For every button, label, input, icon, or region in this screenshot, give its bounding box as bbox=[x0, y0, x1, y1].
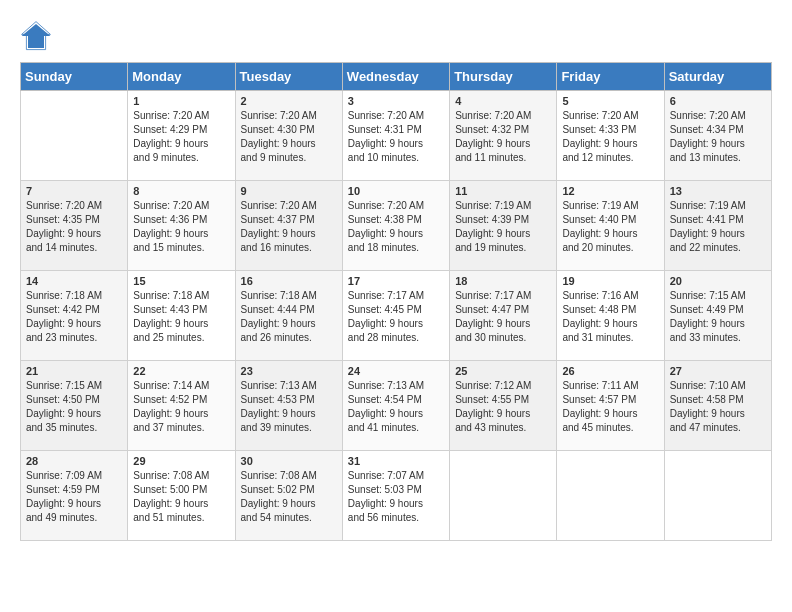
day-cell bbox=[450, 451, 557, 541]
day-info: Sunrise: 7:14 AM Sunset: 4:52 PM Dayligh… bbox=[133, 379, 229, 435]
day-info: Sunrise: 7:09 AM Sunset: 4:59 PM Dayligh… bbox=[26, 469, 122, 525]
day-cell: 2Sunrise: 7:20 AM Sunset: 4:30 PM Daylig… bbox=[235, 91, 342, 181]
day-info: Sunrise: 7:15 AM Sunset: 4:50 PM Dayligh… bbox=[26, 379, 122, 435]
header-cell-thursday: Thursday bbox=[450, 63, 557, 91]
day-number: 14 bbox=[26, 275, 122, 287]
day-number: 4 bbox=[455, 95, 551, 107]
day-cell: 17Sunrise: 7:17 AM Sunset: 4:45 PM Dayli… bbox=[342, 271, 449, 361]
day-cell: 16Sunrise: 7:18 AM Sunset: 4:44 PM Dayli… bbox=[235, 271, 342, 361]
day-number: 3 bbox=[348, 95, 444, 107]
day-cell: 8Sunrise: 7:20 AM Sunset: 4:36 PM Daylig… bbox=[128, 181, 235, 271]
day-cell: 26Sunrise: 7:11 AM Sunset: 4:57 PM Dayli… bbox=[557, 361, 664, 451]
day-info: Sunrise: 7:16 AM Sunset: 4:48 PM Dayligh… bbox=[562, 289, 658, 345]
day-cell bbox=[664, 451, 771, 541]
day-info: Sunrise: 7:08 AM Sunset: 5:00 PM Dayligh… bbox=[133, 469, 229, 525]
header-cell-monday: Monday bbox=[128, 63, 235, 91]
day-number: 9 bbox=[241, 185, 337, 197]
svg-marker-0 bbox=[22, 24, 51, 48]
day-cell: 5Sunrise: 7:20 AM Sunset: 4:33 PM Daylig… bbox=[557, 91, 664, 181]
day-info: Sunrise: 7:10 AM Sunset: 4:58 PM Dayligh… bbox=[670, 379, 766, 435]
day-number: 11 bbox=[455, 185, 551, 197]
day-cell: 6Sunrise: 7:20 AM Sunset: 4:34 PM Daylig… bbox=[664, 91, 771, 181]
week-row-1: 7Sunrise: 7:20 AM Sunset: 4:35 PM Daylig… bbox=[21, 181, 772, 271]
day-cell: 25Sunrise: 7:12 AM Sunset: 4:55 PM Dayli… bbox=[450, 361, 557, 451]
day-number: 30 bbox=[241, 455, 337, 467]
day-cell: 11Sunrise: 7:19 AM Sunset: 4:39 PM Dayli… bbox=[450, 181, 557, 271]
day-cell: 18Sunrise: 7:17 AM Sunset: 4:47 PM Dayli… bbox=[450, 271, 557, 361]
day-info: Sunrise: 7:11 AM Sunset: 4:57 PM Dayligh… bbox=[562, 379, 658, 435]
week-row-2: 14Sunrise: 7:18 AM Sunset: 4:42 PM Dayli… bbox=[21, 271, 772, 361]
day-info: Sunrise: 7:20 AM Sunset: 4:30 PM Dayligh… bbox=[241, 109, 337, 165]
day-cell: 27Sunrise: 7:10 AM Sunset: 4:58 PM Dayli… bbox=[664, 361, 771, 451]
day-number: 19 bbox=[562, 275, 658, 287]
day-cell bbox=[557, 451, 664, 541]
day-number: 13 bbox=[670, 185, 766, 197]
day-cell: 7Sunrise: 7:20 AM Sunset: 4:35 PM Daylig… bbox=[21, 181, 128, 271]
day-number: 20 bbox=[670, 275, 766, 287]
day-info: Sunrise: 7:20 AM Sunset: 4:34 PM Dayligh… bbox=[670, 109, 766, 165]
day-cell: 20Sunrise: 7:15 AM Sunset: 4:49 PM Dayli… bbox=[664, 271, 771, 361]
day-info: Sunrise: 7:20 AM Sunset: 4:36 PM Dayligh… bbox=[133, 199, 229, 255]
day-info: Sunrise: 7:20 AM Sunset: 4:29 PM Dayligh… bbox=[133, 109, 229, 165]
day-number: 24 bbox=[348, 365, 444, 377]
day-cell: 15Sunrise: 7:18 AM Sunset: 4:43 PM Dayli… bbox=[128, 271, 235, 361]
day-info: Sunrise: 7:20 AM Sunset: 4:35 PM Dayligh… bbox=[26, 199, 122, 255]
day-info: Sunrise: 7:20 AM Sunset: 4:33 PM Dayligh… bbox=[562, 109, 658, 165]
day-cell: 19Sunrise: 7:16 AM Sunset: 4:48 PM Dayli… bbox=[557, 271, 664, 361]
day-cell: 10Sunrise: 7:20 AM Sunset: 4:38 PM Dayli… bbox=[342, 181, 449, 271]
day-cell: 14Sunrise: 7:18 AM Sunset: 4:42 PM Dayli… bbox=[21, 271, 128, 361]
day-number: 7 bbox=[26, 185, 122, 197]
day-number: 23 bbox=[241, 365, 337, 377]
day-number: 31 bbox=[348, 455, 444, 467]
day-number: 22 bbox=[133, 365, 229, 377]
day-number: 6 bbox=[670, 95, 766, 107]
day-cell: 22Sunrise: 7:14 AM Sunset: 4:52 PM Dayli… bbox=[128, 361, 235, 451]
week-row-0: 1Sunrise: 7:20 AM Sunset: 4:29 PM Daylig… bbox=[21, 91, 772, 181]
day-number: 18 bbox=[455, 275, 551, 287]
day-cell: 23Sunrise: 7:13 AM Sunset: 4:53 PM Dayli… bbox=[235, 361, 342, 451]
day-cell: 12Sunrise: 7:19 AM Sunset: 4:40 PM Dayli… bbox=[557, 181, 664, 271]
day-info: Sunrise: 7:08 AM Sunset: 5:02 PM Dayligh… bbox=[241, 469, 337, 525]
day-number: 5 bbox=[562, 95, 658, 107]
day-number: 21 bbox=[26, 365, 122, 377]
day-cell: 29Sunrise: 7:08 AM Sunset: 5:00 PM Dayli… bbox=[128, 451, 235, 541]
header-cell-tuesday: Tuesday bbox=[235, 63, 342, 91]
day-info: Sunrise: 7:13 AM Sunset: 4:53 PM Dayligh… bbox=[241, 379, 337, 435]
header-cell-friday: Friday bbox=[557, 63, 664, 91]
day-info: Sunrise: 7:19 AM Sunset: 4:41 PM Dayligh… bbox=[670, 199, 766, 255]
day-number: 27 bbox=[670, 365, 766, 377]
day-cell: 13Sunrise: 7:19 AM Sunset: 4:41 PM Dayli… bbox=[664, 181, 771, 271]
day-cell: 1Sunrise: 7:20 AM Sunset: 4:29 PM Daylig… bbox=[128, 91, 235, 181]
calendar-table: SundayMondayTuesdayWednesdayThursdayFrid… bbox=[20, 62, 772, 541]
logo-icon bbox=[20, 20, 52, 52]
day-info: Sunrise: 7:19 AM Sunset: 4:40 PM Dayligh… bbox=[562, 199, 658, 255]
day-info: Sunrise: 7:19 AM Sunset: 4:39 PM Dayligh… bbox=[455, 199, 551, 255]
day-number: 17 bbox=[348, 275, 444, 287]
day-info: Sunrise: 7:12 AM Sunset: 4:55 PM Dayligh… bbox=[455, 379, 551, 435]
day-info: Sunrise: 7:18 AM Sunset: 4:42 PM Dayligh… bbox=[26, 289, 122, 345]
day-number: 10 bbox=[348, 185, 444, 197]
logo bbox=[20, 20, 56, 52]
day-cell: 30Sunrise: 7:08 AM Sunset: 5:02 PM Dayli… bbox=[235, 451, 342, 541]
header-row: SundayMondayTuesdayWednesdayThursdayFrid… bbox=[21, 63, 772, 91]
week-row-3: 21Sunrise: 7:15 AM Sunset: 4:50 PM Dayli… bbox=[21, 361, 772, 451]
day-number: 15 bbox=[133, 275, 229, 287]
day-cell: 28Sunrise: 7:09 AM Sunset: 4:59 PM Dayli… bbox=[21, 451, 128, 541]
header-cell-saturday: Saturday bbox=[664, 63, 771, 91]
day-info: Sunrise: 7:20 AM Sunset: 4:32 PM Dayligh… bbox=[455, 109, 551, 165]
day-cell: 3Sunrise: 7:20 AM Sunset: 4:31 PM Daylig… bbox=[342, 91, 449, 181]
day-info: Sunrise: 7:17 AM Sunset: 4:47 PM Dayligh… bbox=[455, 289, 551, 345]
day-number: 16 bbox=[241, 275, 337, 287]
day-info: Sunrise: 7:13 AM Sunset: 4:54 PM Dayligh… bbox=[348, 379, 444, 435]
day-number: 2 bbox=[241, 95, 337, 107]
day-cell: 31Sunrise: 7:07 AM Sunset: 5:03 PM Dayli… bbox=[342, 451, 449, 541]
day-info: Sunrise: 7:20 AM Sunset: 4:37 PM Dayligh… bbox=[241, 199, 337, 255]
header-cell-wednesday: Wednesday bbox=[342, 63, 449, 91]
day-info: Sunrise: 7:20 AM Sunset: 4:31 PM Dayligh… bbox=[348, 109, 444, 165]
day-cell bbox=[21, 91, 128, 181]
day-cell: 9Sunrise: 7:20 AM Sunset: 4:37 PM Daylig… bbox=[235, 181, 342, 271]
day-number: 8 bbox=[133, 185, 229, 197]
day-number: 28 bbox=[26, 455, 122, 467]
day-info: Sunrise: 7:17 AM Sunset: 4:45 PM Dayligh… bbox=[348, 289, 444, 345]
day-info: Sunrise: 7:15 AM Sunset: 4:49 PM Dayligh… bbox=[670, 289, 766, 345]
